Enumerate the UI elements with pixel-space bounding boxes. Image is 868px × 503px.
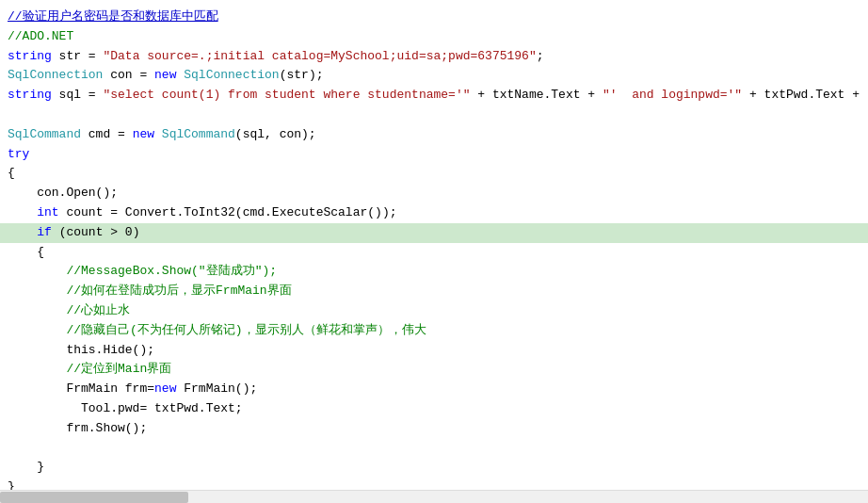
code-line: if (count > 0) (0, 223, 868, 243)
code-line: string sql = "select count(1) from stude… (0, 86, 868, 105)
code-line: { (0, 243, 868, 263)
code-line: SqlConnection con = new SqlConnection(st… (0, 66, 868, 86)
code-line: { (0, 164, 868, 184)
code-line: } (0, 458, 868, 478)
code-line: //隐藏自己(不为任何人所铭记)，显示别人（鲜花和掌声），伟大 (0, 321, 868, 341)
code-line: frm.Show(); (0, 419, 868, 439)
code-editor: //验证用户名密码是否和数据库中匹配//ADO.NETstring str = … (0, 0, 868, 503)
code-line: //ADO.NET (0, 27, 868, 47)
code-line: FrmMain frm=new FrmMain(); (0, 380, 868, 399)
code-line: //验证用户名密码是否和数据库中匹配 (0, 8, 868, 27)
horizontal-scrollbar[interactable] (0, 490, 868, 503)
code-line (0, 439, 868, 459)
code-line: //如何在登陆成功后，显示FrmMain界面 (0, 282, 868, 301)
code-line: try (0, 145, 868, 165)
code-line: //心如止水 (0, 301, 868, 321)
code-line (0, 105, 868, 125)
code-line: //MessageBox.Show("登陆成功"); (0, 262, 868, 282)
code-line: //定位到Main界面 (0, 360, 868, 380)
code-line: string str = "Data source=.;initial cata… (0, 47, 868, 67)
code-line: con.Open(); (0, 184, 868, 203)
scrollbar-thumb[interactable] (0, 492, 188, 503)
code-line: this.Hide(); (0, 341, 868, 361)
code-line: int count = Convert.ToInt32(cmd.ExecuteS… (0, 203, 868, 223)
code-line: SqlCommand cmd = new SqlCommand(sql, con… (0, 125, 868, 145)
code-line: Tool.pwd= txtPwd.Text; (0, 399, 868, 419)
